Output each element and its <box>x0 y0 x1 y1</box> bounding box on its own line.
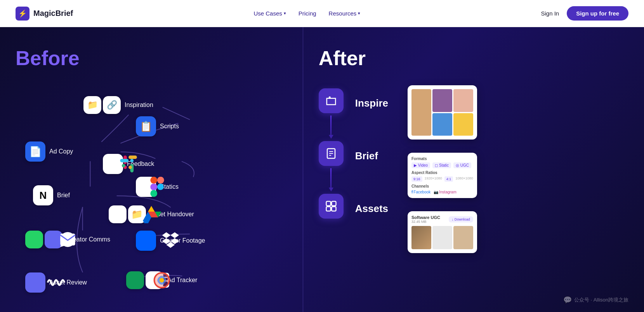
node-brief: N Brief <box>33 185 70 205</box>
svg-rect-9 <box>150 177 157 184</box>
brief-label: Brief <box>57 192 70 199</box>
wechat-icon: 💬 <box>563 296 572 304</box>
node-asset-review: Asset Review <box>25 272 87 293</box>
preview-cards: Formats ▶ Video ◻ Static ◎ UGC Aspect Ra… <box>408 85 477 259</box>
logo-text: MagicBrief <box>33 9 73 18</box>
ad-copy-label: Ad Copy <box>49 148 73 155</box>
node-ad-copy: 📄 Ad Copy <box>25 141 73 162</box>
asset-img-3 <box>453 226 473 249</box>
scripts-label: Scripts <box>160 123 179 130</box>
preview-img-3 <box>453 89 473 112</box>
watermark: 💬 公众号 · Allison跨境之旅 <box>563 296 628 304</box>
after-panel: After <box>303 27 644 312</box>
svg-rect-5 <box>120 159 128 162</box>
svg-rect-28 <box>332 207 336 211</box>
node-scripts: 📋 Scripts <box>136 116 179 136</box>
link-icon: 🔗 <box>103 96 121 114</box>
after-content: Inspire Brief Assets <box>319 85 628 259</box>
after-title: After <box>319 47 628 70</box>
svg-rect-10 <box>157 177 164 184</box>
inspire-label-wrapper: Inspire <box>355 91 388 115</box>
brief-preview-card: Formats ▶ Video ◻ Static ◎ UGC Aspect Ra… <box>408 153 477 198</box>
channel-options: f Facebook 📷 Instagram <box>411 190 473 194</box>
notion-icon: N <box>33 185 53 205</box>
format-options: ▶ Video ◻ Static ◎ UGC <box>411 162 473 168</box>
navbar: ⚡ MagicBrief Use Cases ▾ Pricing Resourc… <box>0 0 644 27</box>
preview-img-2 <box>432 89 452 112</box>
file-size: 32.45 MB <box>411 220 440 224</box>
svg-rect-8 <box>128 165 132 169</box>
node-statics: Statics <box>136 177 179 197</box>
svg-point-20 <box>160 278 164 283</box>
preview-img-4 <box>432 113 452 136</box>
logo-icon: ⚡ <box>16 7 30 21</box>
slack-icon <box>103 154 123 174</box>
nav-use-cases[interactable]: Use Cases ▾ <box>253 10 286 17</box>
node-asset-handover: 📁 Asset Handover <box>109 205 194 223</box>
svg-rect-25 <box>326 202 330 206</box>
svg-rect-11 <box>150 184 157 191</box>
asset-img-1 <box>411 226 431 249</box>
sign-up-button[interactable]: Sign up for free <box>567 6 628 21</box>
node-ad-tracker: Ad Tracker <box>126 271 197 289</box>
node-creator-comms: Creator Comms <box>25 231 110 248</box>
mail-icon <box>45 231 62 248</box>
chevron-down-icon-2: ▾ <box>358 11 360 16</box>
svg-rect-4 <box>122 164 125 167</box>
ad-copy-icon: 📄 <box>25 141 45 162</box>
inspire-step-icon <box>319 88 344 113</box>
dropbox-icon <box>136 231 156 251</box>
nav-pricing[interactable]: Pricing <box>299 10 316 17</box>
inspire-label: Inspire <box>355 97 388 109</box>
svg-rect-12 <box>150 190 157 197</box>
assets-card-header: Software UGC 32.45 MB ↓ Download <box>411 215 473 224</box>
looker-icon <box>146 271 163 289</box>
node-creator-footage: Creator Footage <box>136 231 205 251</box>
nav-right: Sign In Sign up for free <box>541 6 628 21</box>
asset-img-2 <box>432 226 452 249</box>
svg-rect-7 <box>128 155 137 159</box>
inspiration-label: Inspiration <box>125 102 153 109</box>
assets-preview-card: Software UGC 32.45 MB ↓ Download <box>408 211 477 253</box>
software-ugc-title: Software UGC <box>411 215 440 220</box>
format-video: ▶ Video <box>411 162 430 168</box>
brief-label-wrapper: Brief <box>355 143 388 168</box>
channels-label: Channels <box>411 184 473 188</box>
flow-steps <box>319 85 344 219</box>
brief-step-icon <box>319 141 344 166</box>
formats-label: Formats <box>411 157 473 161</box>
folder-icon: 📁 <box>83 96 101 114</box>
svg-rect-6 <box>130 159 134 162</box>
node-inspiration: 📁 🔗 Inspiration <box>83 96 153 114</box>
assets-step-icon <box>319 194 344 219</box>
logo[interactable]: ⚡ MagicBrief <box>16 7 73 21</box>
nav-center: Use Cases ▾ Pricing Resources ▾ <box>253 10 360 17</box>
sign-in-button[interactable]: Sign In <box>541 10 559 17</box>
svg-rect-27 <box>326 207 330 211</box>
brief-flow-label: Brief <box>355 150 378 162</box>
aspect-label: Aspect Ratios <box>411 171 473 175</box>
flow-labels: Inspire Brief Assets <box>355 85 388 221</box>
download-button[interactable]: ↓ Download <box>449 216 473 222</box>
format-ugc: ◎ UGC <box>453 162 471 168</box>
spacer1 <box>355 115 388 143</box>
assets-label: Assets <box>355 203 388 215</box>
preview-img-1 <box>411 89 431 136</box>
node-feedback: Feedback <box>103 154 154 174</box>
preview-img-5 <box>453 113 473 136</box>
drive-icon <box>109 205 127 223</box>
assets-label-wrapper: Assets <box>355 196 388 221</box>
figma-icon <box>136 177 156 197</box>
svg-rect-26 <box>332 202 336 206</box>
nav-resources[interactable]: Resources ▾ <box>329 10 361 17</box>
aspect-options: 9:16 1920×1080 4:1 1080×1080 <box>411 176 473 182</box>
inspire-preview-card <box>408 85 477 140</box>
hero-section: Before .conn { stroke: #4a3d8f; stroke-w… <box>0 27 644 312</box>
wave-icon <box>25 272 45 293</box>
spacer2 <box>355 168 388 196</box>
diagram: .conn { stroke: #4a3d8f; stroke-width: 2… <box>16 81 287 312</box>
before-title: Before <box>16 47 287 70</box>
svg-point-13 <box>157 184 164 190</box>
scripts-icon: 📋 <box>136 116 156 136</box>
chevron-down-icon: ▾ <box>284 11 286 16</box>
